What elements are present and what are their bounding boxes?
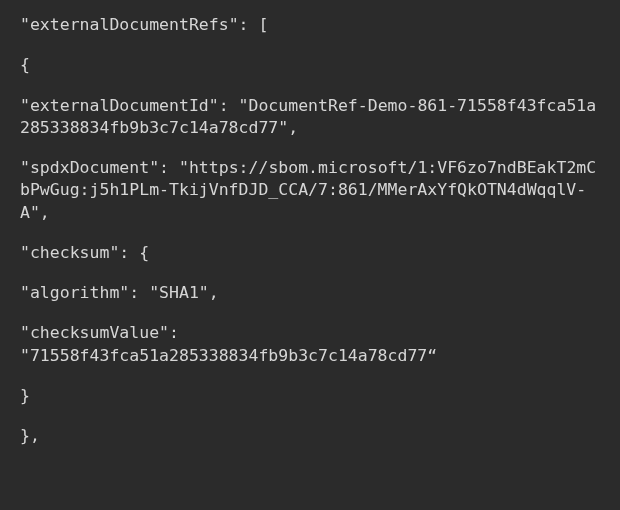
code-line: "externalDocumentId": "DocumentRef-Demo-… (20, 95, 600, 140)
json-string: SHA1 (159, 283, 199, 302)
json-string: 71558f43fca51a285338834fb9b3c7c14a78cd77 (30, 346, 427, 365)
code-line: "externalDocumentRefs": [ (20, 14, 600, 36)
code-line: "algorithm": "SHA1", (20, 282, 600, 304)
code-line: { (20, 54, 600, 76)
json-key: externalDocumentRefs (30, 15, 229, 34)
json-punct: : [ (239, 15, 269, 34)
code-line: "checksum": { (20, 242, 600, 264)
code-line: } (20, 385, 600, 407)
json-key: checksum (30, 243, 109, 262)
code-snippet: "externalDocumentRefs": [{"externalDocum… (0, 0, 620, 510)
json-key: checksumValue (30, 323, 159, 342)
code-line: }, (20, 425, 600, 447)
code-line: "spdxDocument": "https://sbom.microsoft/… (20, 157, 600, 224)
json-key: algorithm (30, 283, 119, 302)
code-line: "checksumValue":"71558f43fca51a285338834… (20, 322, 600, 367)
json-key: externalDocumentId (30, 96, 209, 115)
json-key: spdxDocument (30, 158, 149, 177)
